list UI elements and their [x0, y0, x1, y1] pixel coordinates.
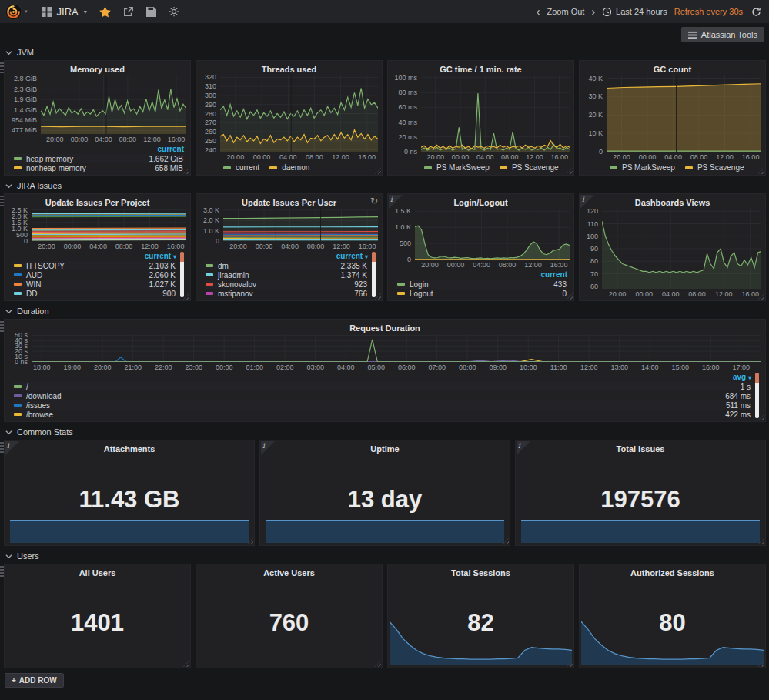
legend-row[interactable]: mstipanov766 — [205, 289, 368, 298]
dashboards-views-graph[interactable]: 1201101009080706020:0000:0004:0008:0012:… — [583, 209, 761, 299]
legend-scrollbar[interactable] — [755, 373, 759, 418]
section-jira-issues[interactable]: JIRA Issues — [5, 181, 62, 190]
issues-per-project-graph[interactable]: 2.5 K2.0 K1.5 K1.0 K500020:0000:0004:000… — [8, 209, 186, 251]
panel-title[interactable]: Uptime — [264, 443, 506, 455]
row-drag-handle[interactable] — [0, 442, 2, 444]
legend-row[interactable]: jiraadmin1.374 K — [205, 270, 368, 280]
legend-row[interactable]: skonovalov923 — [205, 280, 368, 289]
threads-used-graph[interactable]: 32031030029028027026025024020:0000:0004:… — [200, 75, 378, 162]
legend-row[interactable]: WIN1.027 K — [13, 280, 176, 289]
info-icon[interactable]: i — [517, 441, 530, 455]
legend-row[interactable]: Login433 — [396, 280, 567, 289]
info-icon[interactable]: i — [580, 195, 594, 209]
legend-sort-header[interactable]: current ▾ — [13, 251, 176, 261]
panel-title[interactable]: Update Issues Per User — [200, 196, 378, 209]
logo-menu-caret-icon[interactable]: ▾ — [25, 8, 28, 15]
dashboard: JVM Memory used 2.8 GiB2.3 GiB1.9 GiB1.4… — [0, 48, 769, 688]
info-icon[interactable]: i — [261, 441, 275, 455]
legend-row[interactable]: /1 s — [13, 382, 751, 391]
settings-button[interactable] — [169, 6, 179, 17]
legend-item[interactable]: daemon — [269, 163, 309, 172]
section-duration[interactable]: Duration — [5, 306, 49, 316]
legend-row[interactable]: heap memory1.662 GiB — [13, 154, 184, 163]
panel-title[interactable]: Attachments — [8, 443, 250, 455]
legend-sort-header[interactable]: current — [13, 144, 184, 154]
save-button[interactable] — [146, 7, 156, 17]
panel-title[interactable]: Dashboards Views — [583, 196, 761, 209]
legend-item[interactable]: PS MarkSweep — [610, 163, 675, 172]
time-range-picker[interactable]: Last 24 hours — [602, 7, 667, 17]
legend-row[interactable]: nonheap memory658 MiB — [13, 163, 184, 172]
gc-time-graph[interactable]: 100 ms80 ms60 ms40 ms20 ms0 ns20:0000:00… — [392, 75, 570, 162]
legend-row[interactable]: /browse422 ms — [13, 410, 751, 419]
panel-title[interactable]: Active Users — [200, 567, 378, 579]
legend-row[interactable]: Logout0 — [396, 289, 567, 298]
legend-row[interactable]: AUD2.060 K — [13, 270, 176, 280]
panel-title[interactable]: Memory used — [8, 63, 186, 75]
row-drag-handle[interactable] — [0, 196, 2, 197]
panel-title[interactable]: Login/Logout — [392, 196, 570, 209]
panel-title[interactable]: GC count — [583, 63, 761, 75]
panel-title[interactable]: Total Sessions — [392, 567, 570, 579]
panel-authorized-sessions: Authorized Sessions 80 — [579, 564, 766, 668]
row-drag-handle[interactable] — [0, 62, 2, 64]
section-jvm[interactable]: JVM — [5, 48, 34, 57]
top-navbar: ▾ JIRA ▾ ‹ Zoom Out › Last 24 hours — [0, 0, 769, 23]
refresh-button[interactable] — [751, 7, 761, 17]
add-row-button[interactable]: + ADD ROW — [5, 673, 64, 688]
panel-threads-used: Threads used 320310300290280270260250240… — [196, 60, 383, 176]
memory-used-graph[interactable]: 2.8 GiB2.3 GiB1.9 GiB1.4 GiB954 MiB477 M… — [8, 75, 186, 144]
grafana-logo-icon[interactable] — [5, 3, 22, 21]
dashboard-picker[interactable]: JIRA ▾ — [42, 6, 87, 18]
login-logout-graph[interactable]: 1.5 K1.0 K500020:0000:0004:0008:0012:001… — [392, 209, 570, 270]
panel-title[interactable]: GC time / 1 min. rate — [392, 63, 570, 75]
panel-title[interactable]: Total Issues — [520, 443, 761, 455]
row-jira-issues: Update Issues Per Project 2.5 K2.0 K1.5 … — [4, 193, 766, 301]
section-users[interactable]: Users — [5, 551, 39, 561]
legend-row[interactable]: ITTSCOPY2.103 K — [13, 261, 176, 270]
clock-icon — [602, 7, 612, 17]
panel-title[interactable]: Authorized Sessions — [583, 567, 761, 579]
chevron-down-icon — [5, 553, 12, 560]
star-button[interactable] — [99, 6, 111, 18]
legend-row[interactable]: DD900 — [13, 289, 176, 298]
row-drag-handle[interactable] — [0, 566, 2, 568]
dashboard-submenu: Atlassian Tools — [0, 23, 769, 42]
panel-title[interactable]: Threads used — [200, 63, 378, 75]
legend-row[interactable]: dm2.335 K — [205, 261, 368, 270]
time-shift-left-button[interactable]: ‹ — [537, 6, 540, 17]
refresh-interval-button[interactable]: Refresh every 30s — [674, 7, 743, 16]
panel-attachments: i Attachments 11.43 GB — [4, 440, 255, 546]
issues-per-user-legend: current ▾dm2.335 Kjiraadmin1.374 Kskonov… — [200, 251, 378, 299]
section-common-stats[interactable]: Common Stats — [5, 427, 73, 437]
info-icon[interactable]: i — [389, 195, 403, 209]
legend-scrollbar[interactable] — [372, 252, 376, 297]
issues-per-user-graph[interactable]: 3.0 K2.0 K1.0 K020:0000:0004:0008:0012:0… — [200, 209, 378, 251]
row-drag-handle[interactable] — [0, 321, 2, 323]
request-duration-graph[interactable]: 50 s40 s30 s20 s10 s0 ns18:0019:0020:002… — [8, 334, 761, 372]
zoom-out-button[interactable]: Zoom Out — [547, 7, 585, 16]
sparkline — [266, 520, 504, 543]
time-shift-right-button[interactable]: › — [591, 6, 595, 17]
legend-row[interactable]: /download684 ms — [13, 391, 751, 400]
legend-item[interactable]: PS MarkSweep — [424, 163, 490, 172]
legend-row[interactable]: /issues511 ms — [13, 400, 751, 410]
panel-title[interactable]: Update Issues Per Project — [8, 196, 186, 209]
atlassian-tools-button[interactable]: Atlassian Tools — [681, 27, 764, 42]
legend-sort-header[interactable]: current ▾ — [205, 251, 368, 261]
share-button[interactable] — [123, 6, 134, 17]
legend-scrollbar[interactable] — [180, 252, 184, 297]
panel-title[interactable]: Request Duration — [8, 322, 761, 334]
legend-sort-header[interactable]: avg ▾ — [13, 372, 751, 382]
legend-sort-header[interactable]: current — [396, 270, 567, 280]
plus-icon: + — [12, 676, 16, 685]
legend-item[interactable]: PS Scavenge — [500, 163, 559, 172]
gc-count-graph[interactable]: 40 K30 K20 K10 K020:0000:0004:0008:0012:… — [583, 75, 761, 162]
memory-used-legend: currentheap memory1.662 GiBnonheap memor… — [8, 144, 186, 173]
legend-item[interactable]: current — [223, 163, 259, 172]
stat-value: 1401 — [8, 579, 186, 666]
gear-icon — [169, 6, 179, 17]
info-icon[interactable]: i — [5, 441, 19, 455]
panel-title[interactable]: All Users — [8, 567, 186, 579]
legend-item[interactable]: PS Scavenge — [685, 163, 744, 172]
